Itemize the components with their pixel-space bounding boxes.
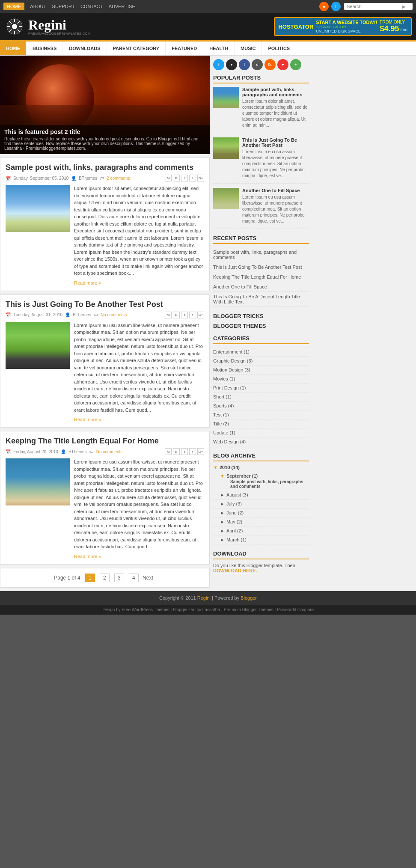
topbar-support[interactable]: SUPPORT [52,4,75,9]
archive-jul-item[interactable]: ► July (3) [220,501,309,506]
post-1-readmore[interactable]: Read more » [74,280,204,285]
page-2[interactable]: 2 [100,574,110,582]
pp-title-1[interactable]: Sample post with, links, paragraphs and … [242,87,309,97]
post-2-readmore[interactable]: Read more » [74,417,204,422]
nav-downloads[interactable]: DOWNLOADS [63,42,107,55]
share-blogger[interactable]: B [173,175,180,181]
post-3-comments[interactable]: No comments [96,449,123,454]
share-blogger-2[interactable]: B [173,312,180,318]
nav-parent-category[interactable]: PARENT CATEGORY [107,42,166,55]
share-googleplus[interactable]: G+ [197,175,204,181]
twitter-icon[interactable]: t [331,2,341,11]
share-twitter-2[interactable]: t [181,312,188,318]
topbar-home[interactable]: HOME [3,3,24,10]
archive-sep-post[interactable]: Sample post with, links, paragraphs and … [220,479,309,490]
pp-title-2[interactable]: This is Just Going To Be Another Test Po… [242,137,309,148]
post-3-title[interactable]: Keeping The Title Length Equal For Home [6,437,204,446]
pagination-next[interactable]: Next [143,575,153,581]
share-email[interactable]: M [165,175,172,181]
archive-may-item[interactable]: ► May (2) [220,519,309,524]
cat-update[interactable]: Update (1) [213,428,309,437]
share-googleplus-3[interactable]: G+ [197,448,204,455]
share-twitter-3[interactable]: t [181,448,188,455]
nav-business[interactable]: BUSINESS [27,42,63,55]
post-1-image [6,185,70,232]
share-facebook-3[interactable]: f [189,448,196,455]
nav-music[interactable]: MUSIC [235,42,262,55]
share-twitter[interactable]: t [181,175,188,181]
sidebar-dark-icon[interactable]: ● [226,59,237,70]
post-2-comments[interactable]: No comments [101,312,127,317]
blogger-themes-heading[interactable]: BLOGGER THEMES [213,323,309,329]
cat-print-design[interactable]: Print Design (1) [213,383,309,392]
cat-web-design[interactable]: Web Design (4) [213,437,309,446]
archive-year[interactable]: ▼ 2010 (14) [213,465,309,470]
recent-posts-section: RECENT POSTS Sample post with, links, pa… [213,235,309,307]
download-link[interactable]: DOWNLOAD HERE. [213,568,257,573]
share-facebook[interactable]: f [189,175,196,181]
archive-sep-item[interactable]: ▼ September (1) [220,473,309,479]
sidebar-stumble-icon[interactable]: Su [264,59,276,70]
share-facebook-2[interactable]: f [189,312,196,318]
share-email-2[interactable]: M [165,312,172,318]
sidebar-facebook-icon[interactable]: f [239,59,250,70]
recent-post-4[interactable]: This Is Going To Be A Decent Length Titl… [213,292,309,307]
post-2-title[interactable]: This is Just Going To Be Another Test Po… [6,300,204,309]
search-submit-icon[interactable]: ▶ [402,4,406,9]
pp-desc-1: Lorem ipsum dolor sit amet, consectetur … [242,98,309,128]
sidebar-heart-icon[interactable]: ♥ [277,59,288,70]
archive-april[interactable]: ► April (2) [213,526,309,535]
post-2-body: Lorem ipsum eu usu assum liberavisse, ut… [74,322,204,422]
page-3[interactable]: 3 [114,574,124,582]
archive-jun-item[interactable]: ► June (2) [220,510,309,515]
nav-politics[interactable]: POLITICS [262,42,296,55]
topbar-advertise[interactable]: ADVERTISE [109,4,135,9]
nav-health[interactable]: HEALTH [203,42,235,55]
sidebar-twitter-icon[interactable]: t [213,59,224,70]
cat-short[interactable]: Short (1) [213,392,309,401]
cat-movies[interactable]: Movies (1) [213,375,309,383]
blogger-tricks-heading[interactable]: BLOGGER TRICKS [213,313,309,319]
cat-sports[interactable]: Sports (4) [213,401,309,410]
sidebar-plus-icon[interactable]: + [290,59,301,70]
archive-august[interactable]: ► August (3) [213,490,309,499]
post-3-thumb [6,458,70,505]
archive-may[interactable]: ► May (2) [213,517,309,526]
recent-post-0[interactable]: Sample post with, links, paragraphs and … [213,247,309,262]
share-email-3[interactable]: M [165,448,172,455]
recent-post-1[interactable]: This is Just Going To Be Another Test Po… [213,262,309,272]
archive-march[interactable]: ► March (1) [213,535,309,544]
post-1-title[interactable]: Sample post with, links, paragraphs and … [6,163,204,172]
nav-home[interactable]: HOME [0,42,27,55]
archive-july[interactable]: ► July (3) [213,499,309,508]
archive-apr-item[interactable]: ► April (2) [220,528,309,533]
share-googleplus-2[interactable]: G+ [197,312,204,318]
header-ad[interactable]: HOSTGATOR START A WEBSITE TODAY! 1-866-9… [274,17,412,36]
search-input[interactable] [347,4,402,9]
logo-area: Regini PREMIUMBLOGGERTEMPLATES.COM [4,16,90,37]
rss-icon[interactable]: ● [319,2,329,11]
pp-title-3[interactable]: Another One to Fill Space [242,188,309,193]
page-1[interactable]: 1 [85,574,95,582]
post-1-comments[interactable]: 2 comments [107,176,130,181]
footer-powered-link[interactable]: Blogger [241,595,257,600]
cat-graphic-design[interactable]: Graphic Design (3) [213,357,309,366]
topbar-contact[interactable]: CONTACT [80,4,103,9]
post-3-readmore[interactable]: Read more » [74,554,204,559]
cat-motion-design[interactable]: Motion Design (3) [213,366,309,375]
archive-mar-item[interactable]: ► March (1) [220,537,309,542]
archive-aug-item[interactable]: ► August (3) [220,492,309,497]
sidebar-digg-icon[interactable]: d [252,59,263,70]
archive-june[interactable]: ► June (2) [213,508,309,517]
footer-site-link[interactable]: Regini [197,595,211,600]
topbar-about[interactable]: ABOUT [30,4,46,9]
nav-featured[interactable]: FEATURED [166,42,203,55]
page-4[interactable]: 4 [129,574,139,582]
search-box[interactable]: ▶ [344,3,413,10]
recent-post-3[interactable]: Another One to Fill Space [213,282,309,292]
cat-entertainment[interactable]: Entertainment (1) [213,348,309,357]
cat-title[interactable]: Title (2) [213,419,309,428]
recent-post-2[interactable]: Keeping The Title Length Equal For Home [213,272,309,282]
cat-test[interactable]: Test (1) [213,410,309,419]
share-blogger-3[interactable]: B [173,448,180,455]
